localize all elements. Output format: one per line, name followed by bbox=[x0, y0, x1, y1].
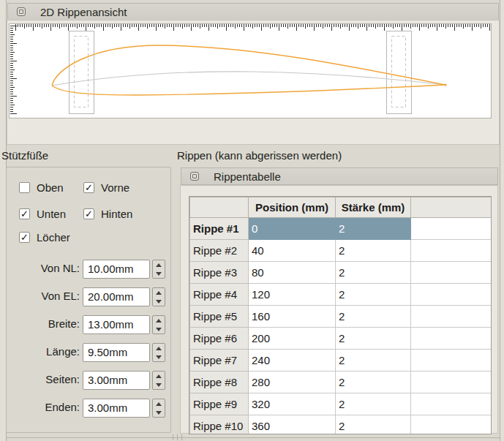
thickness-cell[interactable]: 2 bbox=[336, 415, 411, 435]
field-row-laenge: Länge:9.50mm bbox=[7, 343, 170, 362]
table-row: Rippe #102 bbox=[190, 218, 492, 240]
row-header[interactable]: Rippe #2 bbox=[190, 240, 249, 262]
column-header-thickness[interactable]: Stärke (mm) bbox=[336, 197, 411, 218]
field-row-von-nl: Von NL:10.00mm bbox=[7, 260, 170, 279]
filler-cell bbox=[411, 218, 492, 240]
row-header[interactable]: Rippe #9 bbox=[190, 393, 249, 415]
rib-table-titlebar[interactable]: Rippentabelle bbox=[181, 167, 498, 185]
checkbox-label: Unten bbox=[37, 208, 66, 220]
checkbox-label: Oben bbox=[37, 181, 64, 194]
seiten-input[interactable]: 3.00mm bbox=[83, 371, 150, 390]
spar-left-outline[interactable] bbox=[69, 31, 94, 114]
checkbox-item-loecher[interactable]: ✓Löcher bbox=[19, 231, 70, 244]
checkbox-item-hinten[interactable]: ✓Hinten bbox=[83, 208, 132, 220]
checkbox-oben[interactable] bbox=[19, 182, 30, 193]
table-row: Rippe #93202 bbox=[190, 393, 492, 415]
enden-input[interactable]: 3.00mm bbox=[83, 399, 150, 418]
position-cell[interactable]: 280 bbox=[249, 372, 336, 393]
checkbox-loecher[interactable]: ✓ bbox=[19, 232, 30, 243]
float-window-icon[interactable] bbox=[190, 172, 199, 181]
spin-down-icon[interactable] bbox=[153, 380, 165, 389]
spin-up-icon[interactable] bbox=[153, 399, 165, 408]
checkbox-unten[interactable]: ✓ bbox=[19, 208, 30, 219]
spar-right-outline[interactable] bbox=[387, 31, 412, 114]
spar-left-dashed bbox=[75, 37, 89, 108]
breite-input[interactable]: 13.00mm bbox=[83, 315, 150, 334]
laenge-stepper bbox=[152, 343, 165, 362]
rib-view-titlebar[interactable]: 2D Rippenansicht bbox=[7, 3, 499, 20]
row-header[interactable]: Rippe #1 bbox=[190, 218, 249, 240]
row-header[interactable]: Rippe #4 bbox=[190, 284, 249, 306]
rib-table-viewport[interactable]: Position (mm) Stärke (mm) Rippe #102Ripp… bbox=[189, 196, 492, 434]
checkbox-label: Hinten bbox=[101, 208, 132, 220]
position-cell[interactable]: 200 bbox=[249, 328, 336, 350]
thickness-cell[interactable]: 2 bbox=[336, 350, 411, 372]
thickness-cell[interactable]: 2 bbox=[336, 284, 411, 306]
field-label: Von NL: bbox=[7, 262, 80, 274]
trailing-edge-point bbox=[444, 83, 446, 86]
laenge-input[interactable]: 9.50mm bbox=[83, 343, 150, 362]
splitter-handle[interactable] bbox=[173, 434, 186, 440]
spin-down-icon[interactable] bbox=[153, 408, 165, 417]
rib-table-dock: Position (mm) Stärke (mm) Rippe #102Ripp… bbox=[180, 185, 498, 434]
table-row: Rippe #103602 bbox=[190, 415, 492, 435]
position-cell[interactable]: 120 bbox=[249, 284, 336, 306]
row-header[interactable]: Rippe #5 bbox=[190, 306, 249, 328]
spin-up-icon[interactable] bbox=[153, 260, 165, 269]
checkbox-label: Vorne bbox=[101, 181, 129, 194]
checkbox-hinten[interactable]: ✓ bbox=[83, 208, 94, 219]
table-row: Rippe #2402 bbox=[190, 240, 492, 262]
position-cell[interactable]: 0 bbox=[249, 218, 336, 240]
row-header[interactable]: Rippe #10 bbox=[190, 415, 249, 435]
position-cell[interactable]: 240 bbox=[249, 350, 336, 372]
spin-down-icon[interactable] bbox=[153, 269, 165, 278]
spin-down-icon[interactable] bbox=[153, 325, 165, 333]
field-label: Enden: bbox=[7, 401, 80, 413]
von-nl-input[interactable]: 10.00mm bbox=[83, 260, 150, 279]
filler-cell bbox=[411, 415, 492, 435]
filler-cell bbox=[411, 328, 492, 350]
thickness-cell[interactable]: 2 bbox=[336, 218, 411, 240]
spin-up-icon[interactable] bbox=[153, 316, 165, 325]
thickness-cell[interactable]: 2 bbox=[336, 328, 411, 350]
position-cell[interactable]: 160 bbox=[249, 306, 336, 328]
spin-up-icon[interactable] bbox=[153, 372, 165, 380]
position-cell[interactable]: 80 bbox=[249, 262, 336, 284]
rib-canvas[interactable] bbox=[9, 23, 492, 118]
table-row: Rippe #72402 bbox=[190, 350, 492, 372]
table-header-row: Position (mm) Stärke (mm) bbox=[190, 197, 492, 218]
row-header[interactable]: Rippe #8 bbox=[190, 372, 249, 393]
table-row: Rippe #82802 bbox=[190, 372, 492, 393]
thickness-cell[interactable]: 2 bbox=[336, 306, 411, 328]
field-label: Seiten: bbox=[7, 373, 80, 385]
checkbox-vorne[interactable]: ✓ bbox=[83, 182, 94, 193]
spin-down-icon[interactable] bbox=[153, 353, 165, 361]
spin-up-icon[interactable] bbox=[153, 288, 165, 297]
column-header-position[interactable]: Position (mm) bbox=[249, 197, 336, 218]
thickness-cell[interactable]: 2 bbox=[336, 262, 411, 284]
thickness-cell[interactable]: 2 bbox=[336, 393, 411, 415]
thickness-cell[interactable]: 2 bbox=[336, 240, 411, 262]
position-cell[interactable]: 360 bbox=[249, 415, 336, 435]
von-nl-stepper bbox=[152, 260, 165, 279]
row-header[interactable]: Rippe #6 bbox=[190, 328, 249, 350]
checkbox-item-unten[interactable]: ✓Unten bbox=[19, 208, 66, 220]
float-window-icon[interactable] bbox=[17, 7, 26, 16]
rib-view-title: 2D Rippenansicht bbox=[40, 6, 127, 18]
position-cell[interactable]: 320 bbox=[249, 393, 336, 415]
von-el-input[interactable]: 20.00mm bbox=[83, 287, 150, 306]
thickness-cell[interactable]: 2 bbox=[336, 372, 411, 393]
field-label: Von EL: bbox=[7, 290, 80, 302]
row-header[interactable]: Rippe #7 bbox=[190, 350, 249, 372]
spin-up-icon[interactable] bbox=[153, 344, 165, 353]
spin-down-icon[interactable] bbox=[153, 297, 165, 306]
position-cell[interactable]: 40 bbox=[249, 240, 336, 262]
bottom-divider bbox=[7, 437, 500, 438]
window-right-margin bbox=[500, 0, 504, 441]
row-header[interactable]: Rippe #3 bbox=[190, 262, 249, 284]
checkbox-item-oben[interactable]: Oben bbox=[19, 181, 64, 194]
ribs-section-title: Rippen (kann abgerissen werden) bbox=[177, 149, 342, 164]
checkbox-item-vorne[interactable]: ✓Vorne bbox=[83, 181, 129, 194]
enden-stepper bbox=[152, 399, 165, 418]
breite-stepper bbox=[152, 315, 165, 334]
